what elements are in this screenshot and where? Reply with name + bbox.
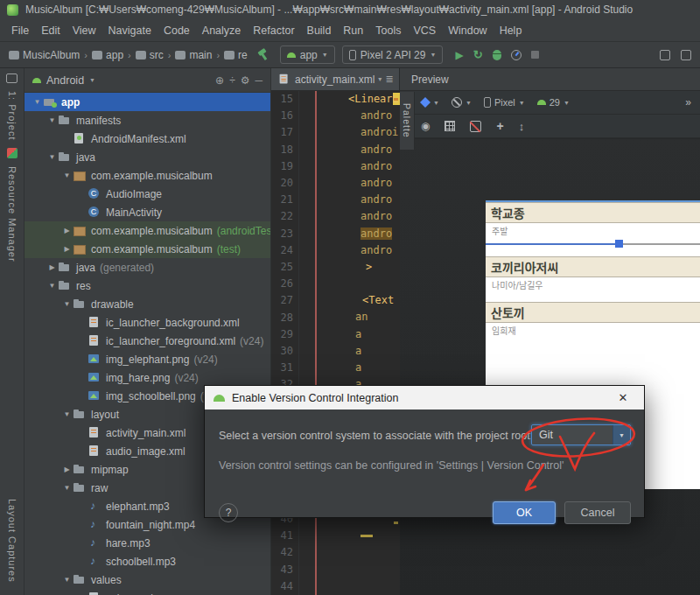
tree-item-manifests[interactable]: ▼manifests <box>24 111 270 130</box>
dialog-title-bar[interactable]: Enable Version Control Integration ✕ <box>205 386 644 410</box>
expand-arrow-icon[interactable]: ▼ <box>61 576 73 584</box>
tool-tab-layout-captures[interactable]: Layout Captures <box>7 499 18 583</box>
menu-help[interactable]: Help <box>494 22 528 39</box>
grid-icon[interactable] <box>444 121 455 131</box>
expand-arrow-icon[interactable]: ▶ <box>61 227 73 234</box>
list-section[interactable]: 코끼리아저씨나미아/남길우 <box>486 256 700 291</box>
menu-file[interactable]: File <box>5 22 35 39</box>
song-title[interactable]: 학교종 <box>486 202 700 223</box>
menu-navigate[interactable]: Navigate <box>102 22 158 39</box>
expand-arrow-icon[interactable]: ▼ <box>46 153 58 161</box>
expand-arrow-icon[interactable]: ▼ <box>46 282 58 290</box>
list-section[interactable]: 학교종주발 <box>486 202 700 251</box>
list-section[interactable]: 산토끼임희재 <box>486 302 700 337</box>
artist-name[interactable]: 임희재 <box>486 323 700 337</box>
collapse-all-icon[interactable]: ÷ <box>229 74 235 87</box>
expand-arrow-icon[interactable]: ▶ <box>61 245 73 253</box>
song-title[interactable]: 산토끼 <box>486 302 700 323</box>
breadcrumb-main[interactable]: main <box>175 49 212 61</box>
chevron-down-icon[interactable]: ▼ <box>89 77 95 83</box>
tool-tab-project[interactable]: 1: Project <box>7 91 18 140</box>
expand-arrow-icon[interactable]: ▶ <box>61 466 73 473</box>
breadcrumb-app[interactable]: app <box>92 49 123 61</box>
menu-build[interactable]: Build <box>301 22 338 39</box>
cancel-button[interactable]: Cancel <box>564 501 631 524</box>
tree-item-com-example-musicalbum-test[interactable]: ▶com.example.musicalbum(test) <box>24 240 270 258</box>
debug-button[interactable] <box>493 50 501 60</box>
menu-window[interactable]: Window <box>442 22 493 39</box>
expand-arrow-icon[interactable]: ▼ <box>46 116 58 124</box>
hide-panel-icon[interactable]: ─ <box>255 74 262 87</box>
menu-view[interactable]: View <box>66 22 102 39</box>
tree-item-hare-mp3[interactable]: hare.mp3 <box>24 534 270 552</box>
vcs-select[interactable]: Git ▼ <box>531 424 631 445</box>
tree-item-java-generated[interactable]: ▶java(generated) <box>24 258 270 276</box>
help-button[interactable]: ? <box>219 503 238 522</box>
seekbar-thumb[interactable] <box>615 240 623 248</box>
eye-icon[interactable]: ◉ <box>421 120 430 132</box>
resize-icon[interactable]: ↕ <box>519 120 525 133</box>
orientation-select[interactable]: ▼ <box>452 97 472 108</box>
palette-tab[interactable]: Palette <box>400 92 415 150</box>
expand-arrow-icon[interactable]: ▼ <box>61 410 73 418</box>
run-button[interactable]: ▶ <box>455 49 463 61</box>
tree-item-res[interactable]: ▼res <box>24 276 270 295</box>
tree-item-app[interactable]: ▼app <box>24 93 270 111</box>
avd-manager-icon[interactable] <box>660 50 670 60</box>
api-level-select[interactable]: 29 ▼ <box>537 97 570 108</box>
menu-analyze[interactable]: Analyze <box>196 22 247 39</box>
artist-name[interactable]: 주발 <box>486 223 700 237</box>
device-select[interactable]: Pixel 2 API 29 ▼ <box>342 46 444 64</box>
chevron-down-icon[interactable]: ▾ <box>378 75 382 83</box>
menu-run[interactable]: Run <box>337 22 369 39</box>
menu-vcs[interactable]: VCS <box>407 22 442 39</box>
tree-item-img-hare-png-v24[interactable]: img_hare.png(v24) <box>24 368 270 387</box>
editor-mode-icon[interactable]: ≣ <box>385 74 393 85</box>
expand-arrow-icon[interactable]: ▶ <box>46 263 58 271</box>
artist-name[interactable]: 나미아/남길우 <box>486 277 700 291</box>
menu-tools[interactable]: Tools <box>369 22 407 39</box>
expand-arrow-icon[interactable]: ▼ <box>61 300 73 308</box>
expand-arrow-icon[interactable]: ▼ <box>32 98 43 106</box>
project-tool-icon[interactable] <box>6 74 18 83</box>
tree-item-schoolbell-mp3[interactable]: schoolbell.mp3 <box>24 552 270 570</box>
tree-item-img-elephant-png-v24[interactable]: img_elephant.png(v24) <box>24 350 270 368</box>
song-title[interactable]: 코끼리아저씨 <box>486 256 700 277</box>
tree-item-mainactivity[interactable]: MainActivity <box>24 203 270 221</box>
breadcrumb-src[interactable]: src <box>136 49 164 61</box>
warning-tick[interactable] <box>394 98 398 101</box>
menu-code[interactable]: Code <box>158 22 196 39</box>
tree-item-androidmanifest-xml[interactable]: AndroidManifest.xml <box>24 130 270 148</box>
gear-icon[interactable]: ⚙ <box>241 74 250 87</box>
device-file-explorer-icon[interactable] <box>681 50 691 60</box>
breadcrumb-musicalbum[interactable]: MusicAlbum <box>9 49 80 61</box>
stop-button[interactable] <box>531 51 539 59</box>
pan-icon[interactable]: + <box>496 119 503 133</box>
resource-manager-icon[interactable] <box>7 148 18 158</box>
project-view-selector[interactable]: Android <box>46 74 84 87</box>
locate-file-icon[interactable]: ⊕ <box>215 74 224 87</box>
tree-item-ic-launcher-foreground-xml-v24[interactable]: ic_launcher_foreground.xml(v24) <box>24 332 270 350</box>
inspection-off-icon[interactable] <box>470 121 481 132</box>
preview-device-select[interactable]: Pixel ▼ <box>484 97 525 108</box>
overflow-icon[interactable]: » <box>685 96 691 108</box>
run-configuration-select[interactable]: app ▼ <box>280 46 335 64</box>
build-hammer-icon[interactable] <box>256 48 270 61</box>
chevron-down-icon[interactable]: ▼ <box>612 425 630 444</box>
close-icon[interactable]: ✕ <box>611 391 635 404</box>
tab-activity-main-xml[interactable]: activity_main.xml ▾ ≣ <box>271 68 400 90</box>
breadcrumb-re[interactable]: re <box>224 49 248 61</box>
ok-button[interactable]: OK <box>493 501 556 524</box>
expand-arrow-icon[interactable]: ▼ <box>61 172 73 179</box>
expand-arrow-icon[interactable]: ▼ <box>61 484 73 492</box>
tree-item-colors-xml[interactable]: colors.xml <box>24 589 270 595</box>
tree-item-ic-launcher-background-xml[interactable]: ic_launcher_background.xml <box>24 313 270 332</box>
menu-refactor[interactable]: Refactor <box>247 22 300 39</box>
tree-item-com-example-musicalbum[interactable]: ▼com.example.musicalbum <box>24 166 270 185</box>
seekbar[interactable] <box>486 237 700 251</box>
tree-item-values[interactable]: ▼values <box>24 570 270 589</box>
tool-tab-resource-manager[interactable]: Resource Manager <box>7 166 18 262</box>
tree-item-com-example-musicalbum-androidtest[interactable]: ▶com.example.musicalbum(androidTest) <box>24 221 270 240</box>
apply-changes-button[interactable]: ↻ <box>473 48 483 61</box>
menu-edit[interactable]: Edit <box>35 22 66 39</box>
